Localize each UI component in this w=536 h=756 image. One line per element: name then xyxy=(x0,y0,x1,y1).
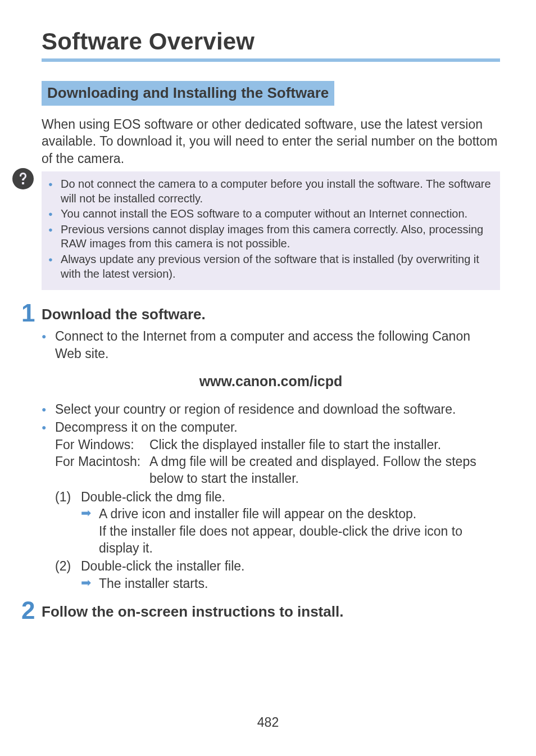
download-url: www.canon.com/icpd xyxy=(42,373,500,390)
substep-2-label: (2) xyxy=(55,558,71,574)
substep-2-result: ➡ The installer starts. xyxy=(81,575,500,592)
step-1-decompress-bullet: Decompress it on the computer. For Windo… xyxy=(42,419,500,592)
substep-1-arrow-text-cont: If the installer file does not appear, d… xyxy=(99,523,500,557)
step-1-select-bullet: Select your country or region of residen… xyxy=(42,401,500,418)
section-heading: Downloading and Installing the Software xyxy=(42,81,334,106)
substep-1-result: ➡ A drive icon and installer file will a… xyxy=(81,505,500,556)
step-number: 1 xyxy=(21,299,35,327)
step-1-title: Download the software. xyxy=(42,306,500,323)
warning-item: Always update any previous version of th… xyxy=(47,252,492,281)
warning-item: You cannot install the EOS software to a… xyxy=(47,207,492,221)
macintosh-label: For Macintosh: xyxy=(55,453,149,487)
warning-box: Do not connect the camera to a computer … xyxy=(42,171,500,290)
warning-item: Do not connect the camera to a computer … xyxy=(47,177,492,206)
windows-text: Click the displayed installer file to st… xyxy=(149,436,500,453)
page-number: 482 xyxy=(0,715,536,730)
substep-1-label: (1) xyxy=(55,488,71,505)
step-number: 2 xyxy=(21,596,35,624)
substep-2-arrow-text: The installer starts. xyxy=(99,576,208,591)
step-2-title: Follow the on-screen instructions to ins… xyxy=(42,603,500,621)
warning-item: Previous versions cannot display images … xyxy=(47,223,492,251)
page-title: Software Overview xyxy=(42,28,500,55)
warning-list: Do not connect the camera to a computer … xyxy=(47,177,492,281)
substep-2-text: Double-click the installer file. xyxy=(81,559,244,573)
intro-paragraph: When using EOS software or other dedicat… xyxy=(42,116,500,167)
warning-icon xyxy=(12,168,34,189)
substep-1-arrow-text: A drive icon and installer file will app… xyxy=(99,506,416,521)
substep-1: (1) Double-click the dmg file. ➡ A drive… xyxy=(55,488,500,556)
windows-label: For Windows: xyxy=(55,436,149,453)
title-underline xyxy=(42,58,500,62)
substep-1-text: Double-click the dmg file. xyxy=(81,490,225,504)
arrow-icon: ➡ xyxy=(81,577,91,589)
substep-2: (2) Double-click the installer file. ➡ T… xyxy=(55,558,500,592)
step-2: 2 Follow the on-screen instructions to i… xyxy=(42,603,500,621)
step-1: 1 Download the software. Connect to the … xyxy=(42,306,500,592)
step-1-connect-bullet: Connect to the Internet from a computer … xyxy=(42,328,500,362)
macintosh-text: A dmg file will be created and displayed… xyxy=(149,453,500,487)
decompress-text: Decompress it on the computer. xyxy=(55,420,238,434)
arrow-icon: ➡ xyxy=(81,507,91,519)
